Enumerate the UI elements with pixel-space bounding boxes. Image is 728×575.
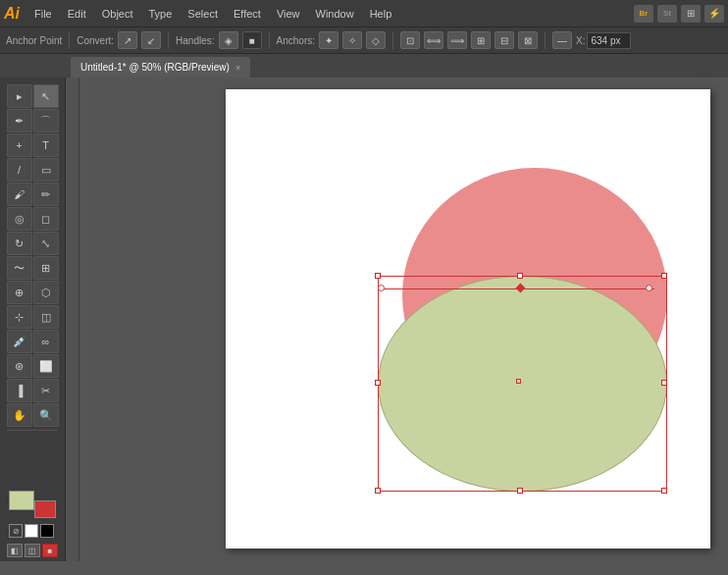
bezier-handle-left[interactable] [378, 285, 385, 291]
mesh-tool[interactable]: ⊹ [7, 305, 32, 329]
eyedropper-tool[interactable]: 💉 [7, 330, 32, 353]
free-transform-tool[interactable]: ⊞ [33, 256, 59, 280]
black-swatch[interactable] [40, 524, 54, 538]
anchors-btn-2[interactable]: ✧ [342, 31, 362, 49]
center-point [516, 379, 521, 384]
warp-tool[interactable]: 〜 [7, 256, 32, 280]
transform-btn-6[interactable]: ⊠ [518, 31, 538, 49]
x-input[interactable] [587, 32, 631, 49]
blend-tool[interactable]: ∞ [33, 330, 59, 353]
zoom-tool[interactable]: 🔍 [33, 403, 59, 427]
handle-mid-left[interactable] [375, 380, 381, 386]
foreground-swatch[interactable] [9, 491, 34, 510]
add-anchor-tool[interactable]: + [7, 133, 32, 157]
options-sep-2 [168, 31, 169, 49]
menu-help[interactable]: Help [363, 6, 399, 22]
tool-row-1: ▸ ↖ [7, 84, 59, 108]
handle-top-left[interactable] [375, 273, 381, 279]
menu-edit[interactable]: Edit [61, 6, 93, 22]
menu-file[interactable]: File [27, 6, 59, 22]
blob-tool[interactable]: ◎ [7, 207, 32, 231]
tool-row-3: + T [7, 133, 59, 157]
curvature-tool[interactable]: ⌒ [33, 109, 59, 132]
background-swatch[interactable] [34, 500, 56, 518]
handle-bottom-left[interactable] [375, 488, 381, 494]
color-swatches: ⊘ ◧ ◫ ■ [7, 491, 58, 561]
artboard-tool[interactable]: ⬜ [33, 354, 59, 378]
camera-icon[interactable]: ⚡ [704, 5, 724, 23]
menu-view[interactable]: View [270, 6, 307, 22]
handles-label: Handles: [176, 35, 214, 46]
vertical-ruler [66, 78, 79, 561]
handle-bottom-center[interactable] [517, 488, 523, 494]
handle-top-center[interactable] [517, 273, 523, 279]
tool-row-13: ▐ ✂ [7, 379, 59, 402]
convert-btn-1[interactable]: ↗ [118, 31, 137, 49]
type-tool[interactable]: T [33, 133, 59, 157]
pen-tool[interactable]: ✒ [7, 109, 32, 132]
tool-row-6: ◎ ◻ [7, 207, 59, 231]
swatch-controls: ⊘ [9, 521, 56, 541]
menu-window[interactable]: Window [309, 6, 361, 22]
toolbar: ▸ ↖ ✒ ⌒ + T / ▭ 🖌 ✏ ◎ ◻ ↻ ⤡ 〜 ⊞ [0, 78, 66, 561]
hand-tool[interactable]: ✋ [7, 403, 32, 427]
green-ellipse[interactable] [378, 276, 667, 492]
rect-tool[interactable]: ▭ [33, 158, 59, 182]
handles-btn-1[interactable]: ◈ [219, 31, 238, 49]
tool-separator [7, 430, 58, 431]
optionsbar: Anchor Point Convert: ↗ ↙ Handles: ◈ ■ A… [0, 26, 728, 54]
line-tool[interactable]: / [7, 158, 32, 182]
symbol-tool[interactable]: ⊛ [7, 354, 32, 378]
swatch-main [9, 491, 56, 518]
tool-row-10: ⊹ ◫ [7, 305, 59, 329]
anchors-btn-3[interactable]: ◇ [366, 31, 386, 49]
transform-btn-3[interactable]: ⟹ [447, 31, 467, 49]
tabbar: Untitled-1* @ 50% (RGB/Preview) × [0, 54, 728, 78]
shape-builder-tool[interactable]: ⊕ [7, 281, 32, 304]
gradient-tool[interactable]: ◫ [33, 305, 59, 329]
stock-icon[interactable]: St [657, 5, 677, 23]
transform-btn-4[interactable]: ⊞ [471, 31, 491, 49]
dash-btn[interactable]: — [552, 31, 572, 49]
paintbrush-tool[interactable]: 🖌 [7, 183, 32, 206]
options-sep-3 [269, 31, 270, 49]
pencil-tool[interactable]: ✏ [33, 183, 59, 206]
menubar: File Edit Object Type Select Effect View… [27, 6, 634, 22]
bezier-handle-right[interactable] [646, 285, 652, 291]
transform-btn-1[interactable]: ⊡ [400, 31, 420, 49]
handle-top-right[interactable] [661, 273, 667, 279]
eraser-tool[interactable]: ◻ [33, 207, 59, 231]
transform-btn-2[interactable]: ⟺ [424, 31, 443, 49]
tool-row-4: / ▭ [7, 158, 59, 182]
bar-chart-tool[interactable]: ▐ [7, 379, 32, 402]
rotate-tool[interactable]: ↻ [7, 232, 32, 255]
titlebar: Ai File Edit Object Type Select Effect V… [0, 0, 728, 26]
transform-btn-5[interactable]: ⊟ [494, 31, 514, 49]
handle-mid-right[interactable] [661, 380, 667, 386]
convert-btn-2[interactable]: ↙ [141, 31, 161, 49]
none-swatch[interactable]: ⊘ [9, 524, 23, 538]
perspective-tool[interactable]: ⬡ [33, 281, 59, 304]
menu-type[interactable]: Type [142, 6, 180, 22]
handles-btn-2[interactable]: ■ [242, 31, 262, 49]
gradient-mode-btn[interactable]: ◫ [25, 544, 40, 557]
tab-close-btn[interactable]: × [235, 63, 240, 73]
document-tab[interactable]: Untitled-1* @ 50% (RGB/Preview) × [71, 57, 250, 78]
workspace-icon[interactable]: ⊞ [681, 5, 701, 23]
scale-tool[interactable]: ⤡ [33, 232, 59, 255]
tool-row-7: ↻ ⤡ [7, 232, 59, 255]
handle-bottom-right[interactable] [661, 488, 667, 494]
menu-effect[interactable]: Effect [227, 6, 268, 22]
white-swatch[interactable] [25, 524, 38, 538]
slice-tool[interactable]: ✂ [33, 379, 59, 402]
menu-select[interactable]: Select [181, 6, 225, 22]
tool-row-9: ⊕ ⬡ [7, 281, 59, 304]
direct-select-tool[interactable]: ↖ [33, 84, 59, 108]
normal-mode-btn[interactable]: ◧ [7, 544, 23, 557]
artboard [226, 89, 710, 549]
select-tool[interactable]: ▸ [7, 84, 32, 108]
anchors-btn-1[interactable]: ✦ [319, 31, 338, 49]
color-mode-btn[interactable]: ■ [42, 544, 58, 557]
bridge-icon[interactable]: Br [634, 5, 653, 23]
menu-object[interactable]: Object [95, 6, 140, 22]
